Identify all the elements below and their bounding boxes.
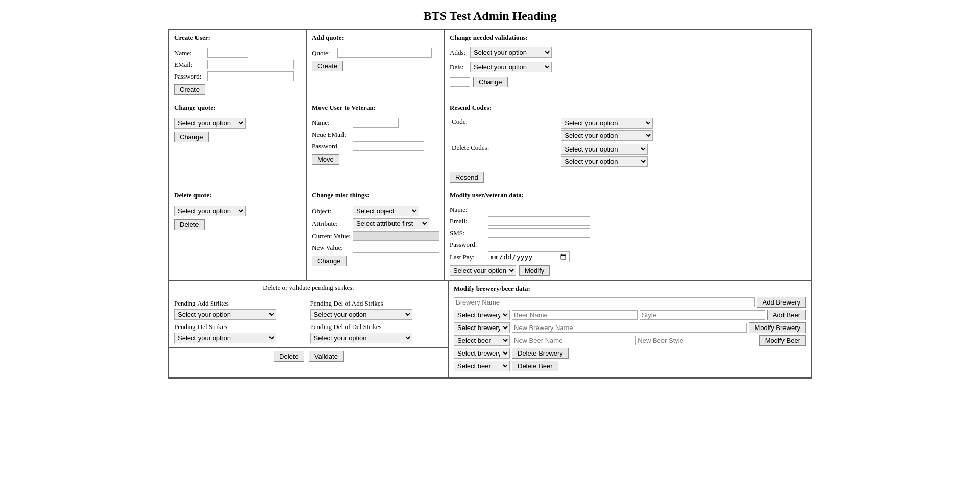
veteran-email-input[interactable] <box>353 130 424 139</box>
change-quote-select[interactable]: Select your option <box>174 118 246 129</box>
modify-password-label: Password: <box>450 241 488 249</box>
email-input[interactable] <box>207 60 294 69</box>
modify-user-section: Modify user/veteran data: Name: Email: S… <box>445 187 811 280</box>
name-input[interactable] <box>207 48 248 58</box>
veteran-name-input[interactable] <box>353 118 399 128</box>
adds-label: Adds: <box>450 48 470 57</box>
brewery-section: Modify brewery/beer data: Add Brewery Se… <box>449 281 811 377</box>
veteran-name-row: Name: <box>312 118 439 128</box>
delete-codes-label: Delete Codes: <box>450 142 559 168</box>
change-quote-button[interactable]: Change <box>174 132 209 142</box>
veteran-password-label: Password <box>312 142 353 150</box>
add-beer-button[interactable]: Add Beer <box>767 310 806 320</box>
strikes-inner: Pending Add Strikes Select your option P… <box>169 295 448 347</box>
last-pay-row: Last Pay: <box>450 251 806 262</box>
modify-brewery-button[interactable]: Modify Brewery <box>749 322 806 333</box>
add-quote-section: Add quote: Quote: Create <box>307 30 445 99</box>
select-brewery-1[interactable]: Select brewery <box>454 310 510 320</box>
new-beer-name-input[interactable] <box>512 336 633 345</box>
modify-beer-button[interactable]: Modify Beer <box>760 335 806 346</box>
move-veteran-button[interactable]: Move <box>312 154 339 165</box>
quote-label: Quote: <box>312 49 337 57</box>
modify-sms-input[interactable] <box>488 228 590 238</box>
create-user-button[interactable]: Create <box>174 84 205 95</box>
password-row: Password: <box>174 71 301 81</box>
pending-del-add-strikes-label: Pending Del of Add Strikes <box>310 299 444 308</box>
pending-del-strikes-group: Pending Del Strikes Select your option <box>174 323 307 343</box>
create-user-section: Create User: Name: EMail: Password: Crea… <box>169 30 307 99</box>
brewery-title: Modify brewery/beer data: <box>454 285 806 293</box>
brewery-name-input[interactable] <box>454 297 755 307</box>
add-quote-create-button[interactable]: Create <box>312 61 343 71</box>
pending-add-strikes-select[interactable]: Select your option <box>174 309 276 320</box>
pending-add-strikes-label: Pending Add Strikes <box>174 299 307 308</box>
brewery-row-5: Select brewery Delete Brewery <box>454 348 806 359</box>
attribute-row: Attribute: Select attribute first <box>312 218 439 229</box>
adds-select[interactable]: Select your option <box>470 47 552 58</box>
code-select-1[interactable]: Select your option <box>561 118 653 129</box>
strikes-validate-button[interactable]: Validate <box>309 351 344 362</box>
new-value-input[interactable] <box>353 243 439 253</box>
delete-quote-select[interactable]: Select your option <box>174 206 246 216</box>
pending-del-strikes-select[interactable]: Select your option <box>174 333 276 343</box>
attribute-label: Attribute: <box>312 220 353 228</box>
attribute-select[interactable]: Select attribute first <box>353 218 429 229</box>
modify-password-input[interactable] <box>488 240 590 249</box>
change-quote-title: Change quote: <box>174 104 301 112</box>
move-veteran-section: Move User to Veteran: Name: Neue EMail: … <box>307 99 445 187</box>
validation-text-input[interactable] <box>450 77 470 87</box>
object-select[interactable]: Select object <box>353 206 419 216</box>
last-pay-input[interactable] <box>488 251 570 262</box>
modify-password-row: Password: <box>450 240 806 249</box>
change-validations-section: Change needed validations: Adds: Select … <box>445 30 811 99</box>
new-brewery-name-input[interactable] <box>512 323 747 333</box>
row1: Create User: Name: EMail: Password: Crea… <box>169 30 811 99</box>
select-beer-1[interactable]: Select beer <box>454 335 510 346</box>
last-pay-label: Last Pay: <box>450 253 488 261</box>
delete-quote-button[interactable]: Delete <box>174 219 205 230</box>
code-label: Code: <box>450 117 559 142</box>
change-misc-button[interactable]: Change <box>312 256 347 266</box>
object-row: Object: Select object <box>312 206 439 216</box>
beer-name-input[interactable] <box>512 310 638 320</box>
modify-name-input[interactable] <box>488 205 590 214</box>
change-quote-section: Change quote: Select your option Change <box>169 99 307 187</box>
strikes-delete-button[interactable]: Delete <box>274 351 304 362</box>
delete-beer-button[interactable]: Delete Beer <box>512 361 558 371</box>
select-brewery-3[interactable]: Select brewery <box>454 348 510 359</box>
password-input[interactable] <box>207 71 294 81</box>
page-title: BTS Test Admin Heading <box>0 0 980 29</box>
style-input[interactable] <box>640 310 765 320</box>
delete-brewery-button[interactable]: Delete Brewery <box>512 348 569 359</box>
name-label: Name: <box>174 49 207 57</box>
quote-input[interactable] <box>337 48 432 58</box>
modify-email-input[interactable] <box>488 216 590 226</box>
current-value-row: Current Value: <box>312 231 439 241</box>
modify-user-button[interactable]: Modify <box>519 265 550 276</box>
modify-name-row: Name: <box>450 205 806 214</box>
current-value-input <box>353 231 439 241</box>
strikes-section: Delete or validate pending strikes: Pend… <box>169 281 449 377</box>
delete-codes-select-1[interactable]: Select your option <box>561 144 648 155</box>
delete-codes-select-2[interactable]: Select your option <box>561 156 648 167</box>
modify-name-label: Name: <box>450 206 488 214</box>
resend-button[interactable]: Resend <box>450 172 484 183</box>
create-user-title: Create User: <box>174 34 301 42</box>
code-select-2[interactable]: Select your option <box>561 130 653 141</box>
change-validations-title: Change needed validations: <box>450 34 806 42</box>
add-brewery-button[interactable]: Add Brewery <box>757 297 806 308</box>
veteran-password-input[interactable] <box>353 141 424 151</box>
pending-del-strikes-label: Pending Del Strikes <box>174 323 307 331</box>
new-beer-style-input[interactable] <box>635 336 757 345</box>
change-validations-button[interactable]: Change <box>473 77 508 87</box>
select-beer-2[interactable]: Select beer <box>454 361 510 371</box>
brewery-row-3: Select brewery Modify Brewery <box>454 322 806 333</box>
dels-select[interactable]: Select your option <box>470 62 552 72</box>
modify-email-label: Email: <box>450 217 488 225</box>
select-brewery-2[interactable]: Select brewery <box>454 322 510 333</box>
modify-user-select[interactable]: Select your option <box>450 265 516 276</box>
pending-del-add-strikes-select[interactable]: Select your option <box>310 309 412 320</box>
pending-del-del-strikes-select[interactable]: Select your option <box>310 333 412 343</box>
row-bottom: Delete or validate pending strikes: Pend… <box>169 281 811 378</box>
brewery-row-4: Select beer Modify Beer <box>454 335 806 346</box>
